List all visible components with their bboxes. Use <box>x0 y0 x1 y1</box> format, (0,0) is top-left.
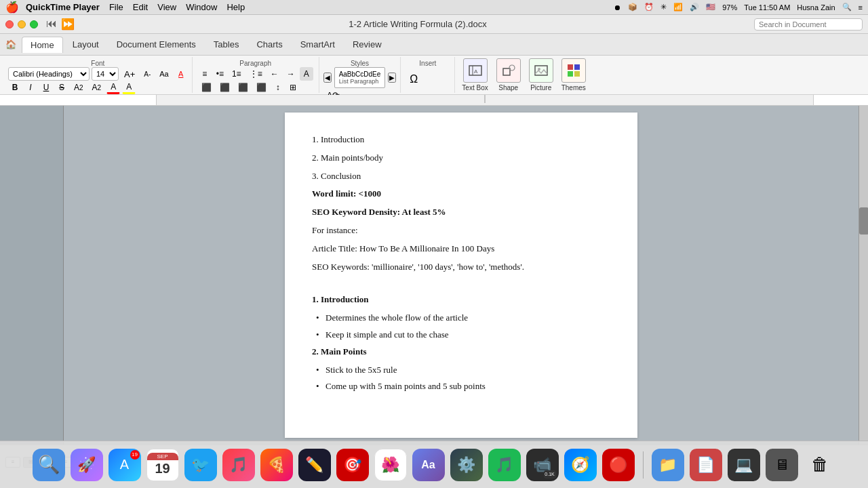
themes-label: Themes <box>561 84 586 92</box>
align-center-btn[interactable]: ⬛ <box>216 81 233 94</box>
dock-app13[interactable]: 📹 0.1K <box>526 449 559 481</box>
picture-insert-icon[interactable] <box>529 58 553 83</box>
dock-launchpad[interactable]: 🚀 <box>71 449 103 481</box>
list-bullets-button[interactable]: •≡ <box>213 67 227 81</box>
search-input[interactable] <box>754 18 863 30</box>
tab-layout[interactable]: Layout <box>64 37 107 52</box>
dock-calendar[interactable]: SEP 19 <box>146 449 179 481</box>
dock-appstore[interactable]: A 19 <box>108 449 141 481</box>
clear-format-button[interactable]: A <box>174 67 188 81</box>
minimize-button[interactable] <box>18 20 26 28</box>
ribbon-insert-section: Insert Ω <box>401 57 455 93</box>
align-left-btn2[interactable]: ⬛ <box>198 81 215 94</box>
menu-file[interactable]: File <box>109 2 123 12</box>
tab-charts[interactable]: Charts <box>248 37 290 52</box>
tab-home[interactable]: Home <box>22 37 63 53</box>
themes-insert: Themes <box>561 58 586 92</box>
dock-trash[interactable]: 🗑 <box>804 449 836 481</box>
line-spacing-btn[interactable]: ↕ <box>271 81 285 94</box>
align-right-btn[interactable]: ⬛ <box>235 81 252 94</box>
right-scrollbar[interactable] <box>859 106 868 445</box>
subscript-button[interactable]: A2 <box>89 81 105 94</box>
tab-smartart[interactable]: SmartArt <box>292 37 343 52</box>
ribbon-paragraph-section: Paragraph ≡ •≡ 1≡ ⋮≡ ← → A ⬛ ⬛ ⬛ ⬛ ↕ ⊞ <box>193 57 319 93</box>
font-shrink-button[interactable]: A- <box>140 67 154 81</box>
font-grow-button[interactable]: A+ <box>121 67 138 81</box>
titlebar-right <box>754 18 863 30</box>
paragraph-bottom-controls: ⬛ ⬛ ⬛ ⬛ ↕ ⊞ <box>198 81 313 94</box>
superscript-button[interactable]: A2 <box>71 81 87 94</box>
doc-area[interactable]: 1. Introduction 2. Main points/body 3. C… <box>64 106 859 445</box>
dock-app15[interactable]: 🔴 <box>602 449 635 481</box>
dock-app18[interactable]: 💻 <box>728 449 760 481</box>
dock-writer[interactable]: ✏️ <box>298 449 331 481</box>
traffic-lights <box>5 20 38 28</box>
shape-insert-icon[interactable] <box>496 58 521 83</box>
font-size-select[interactable]: 14 <box>92 67 119 81</box>
menu-edit[interactable]: Edit <box>133 2 148 12</box>
dock-dictionary[interactable]: Aa <box>412 449 445 481</box>
dock-files[interactable]: 📁 <box>652 449 684 481</box>
dock-finder[interactable]: 🔍 <box>33 449 65 481</box>
menu-help[interactable]: Help <box>226 2 245 12</box>
left-sidebar <box>0 106 64 445</box>
justify-btn[interactable]: ⬛ <box>253 81 270 94</box>
dock-app17[interactable]: 📄 <box>690 449 722 481</box>
next-style-button[interactable]: ▶ <box>388 73 396 83</box>
apple-menu[interactable]: 🍎 <box>5 1 19 14</box>
menu-view[interactable]: View <box>157 2 176 12</box>
shading-button[interactable]: A <box>300 67 313 81</box>
case-button[interactable]: Aa <box>156 67 172 81</box>
doc-bullet-2: Keep it simple and cut to the chase <box>312 328 610 342</box>
app13-badge: 0.1K <box>544 470 556 479</box>
font-family-select[interactable]: Calibri (Headings) <box>8 67 90 81</box>
tab-document-elements[interactable]: Document Elements <box>108 37 204 52</box>
highlight-button[interactable]: A <box>122 81 136 94</box>
dock-app19[interactable]: 🖥 <box>766 449 798 481</box>
indent-less-button[interactable]: ← <box>267 67 282 81</box>
tab-tables[interactable]: Tables <box>205 37 248 52</box>
doc-main-points-heading: 2. Main Points <box>312 345 610 359</box>
dock-app6[interactable]: 🍕 <box>260 449 293 481</box>
align-left-button[interactable]: ≡ <box>198 67 212 81</box>
forward-icon[interactable]: ⏩ <box>61 18 75 30</box>
battery-level: 97% <box>722 3 737 12</box>
close-button[interactable] <box>5 20 14 28</box>
borders-btn[interactable]: ⊞ <box>286 81 300 94</box>
indent-more-button[interactable]: → <box>283 67 298 81</box>
dock-safari[interactable]: 🧭 <box>564 449 597 481</box>
dock-app11[interactable]: ⚙️ <box>450 449 483 481</box>
doc-bullet-1: Determines the whole flow of the article <box>312 311 610 325</box>
back-icon[interactable]: ⏮ <box>46 18 57 30</box>
prev-style-button[interactable]: ◀ <box>323 73 332 83</box>
flag-icon: 🇺🇸 <box>706 3 715 12</box>
themes-insert-icon[interactable] <box>561 58 586 83</box>
doc-line-1: 1. Introduction <box>312 133 610 147</box>
doc-line-2: 2. Main points/body <box>312 151 610 165</box>
maximize-button[interactable] <box>30 20 38 28</box>
app-name[interactable]: QuickTime Player <box>26 2 100 12</box>
italic-button[interactable]: I <box>24 81 37 94</box>
list-numbered-button[interactable]: 1≡ <box>229 67 245 81</box>
bold-button[interactable]: B <box>8 81 22 94</box>
dock-twitter[interactable]: 🐦 <box>184 449 217 481</box>
search-icon[interactable]: 🔍 <box>842 3 852 12</box>
svg-rect-10 <box>574 71 580 77</box>
text-color-button[interactable]: A <box>106 81 120 94</box>
clock: Tue 11:50 AM <box>744 3 790 12</box>
list-icon[interactable]: ≡ <box>859 3 863 12</box>
dock-photos[interactable]: 🌺 <box>374 449 407 481</box>
insert-formula-button[interactable]: Ω <box>406 73 421 86</box>
textbox-insert-icon[interactable]: A <box>463 58 488 83</box>
dock-spotify[interactable]: 🎵 <box>488 449 521 481</box>
format-buttons: B I U S A2 A2 A A <box>8 81 188 94</box>
menu-window[interactable]: Window <box>186 2 217 12</box>
tab-review[interactable]: Review <box>344 37 390 52</box>
scrollbar-thumb[interactable] <box>859 207 868 235</box>
dock-music[interactable]: 🎵 <box>222 449 255 481</box>
multilevel-list-button[interactable]: ⋮≡ <box>246 67 266 81</box>
strikethrough-button[interactable]: S <box>55 81 68 94</box>
volume-icon: 🔊 <box>690 3 699 12</box>
dock-app8[interactable]: 🎯 <box>336 449 369 481</box>
underline-button[interactable]: U <box>39 81 53 94</box>
